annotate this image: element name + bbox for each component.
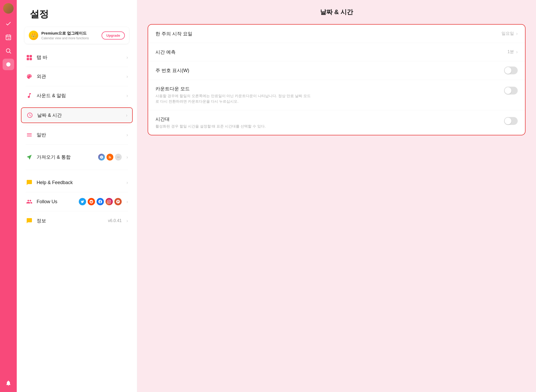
time-estimate-content: 시간 예측 bbox=[155, 49, 507, 55]
appearance-chevron: › bbox=[126, 74, 128, 79]
divider-5 bbox=[26, 144, 128, 145]
upgrade-button[interactable]: Upgrade bbox=[102, 31, 125, 40]
week-start-content: 한 주의 시작 요일 bbox=[155, 31, 501, 37]
date-time-label: 날짜 & 시간 bbox=[37, 112, 121, 118]
time-estimate-chevron: › bbox=[516, 49, 518, 55]
premium-icon: 👑 bbox=[29, 31, 38, 40]
svg-rect-9 bbox=[30, 55, 32, 57]
countdown-label: 카운트다운 모드 bbox=[155, 86, 504, 92]
week-start-label: 한 주의 시작 요일 bbox=[155, 31, 501, 37]
tab-bar-icon bbox=[26, 54, 33, 61]
help-icon bbox=[26, 179, 33, 186]
instagram-badge bbox=[105, 198, 113, 205]
sidebar-item-general[interactable]: 일반 › bbox=[21, 128, 133, 142]
follow-icon bbox=[26, 198, 33, 205]
settings-time-estimate[interactable]: 시간 예측 1분 › bbox=[148, 43, 525, 61]
svg-rect-8 bbox=[27, 55, 29, 57]
sidebar-item-notifications[interactable] bbox=[3, 377, 14, 389]
divider-4 bbox=[26, 125, 128, 125]
appearance-label: 외관 bbox=[37, 73, 122, 80]
time-estimate-value: 1분 bbox=[507, 49, 514, 55]
info-label: 정보 bbox=[37, 218, 104, 224]
date-time-chevron: › bbox=[126, 113, 127, 118]
time-estimate-label: 시간 예측 bbox=[155, 49, 507, 55]
divider-8 bbox=[26, 211, 128, 211]
sidebar-item-date-time[interactable]: 날짜 & 시간 › bbox=[21, 107, 133, 123]
sidebar: 설정 👑 Premium으로 업그레이드 Calendar view and m… bbox=[17, 0, 137, 392]
svg-line-6 bbox=[10, 52, 11, 54]
week-number-content: 주 번호 표시(W) bbox=[155, 67, 504, 74]
sidebar-item-follow[interactable]: Follow Us › bbox=[21, 194, 133, 209]
icon-bar: 24 bbox=[0, 0, 17, 392]
general-icon bbox=[26, 131, 33, 139]
premium-title: Premium으로 업그레이드 bbox=[41, 31, 98, 36]
main-title: 날짜 & 시간 bbox=[148, 8, 526, 16]
week-start-value: 일요일 bbox=[501, 31, 514, 36]
svg-point-7 bbox=[6, 62, 10, 67]
countdown-sublabel: 사용할 경우에 할일의 오른쪽에는 만료일이 아닌 카운트다운이 나타납니다. … bbox=[155, 93, 312, 104]
svg-point-5 bbox=[6, 49, 10, 52]
svg-text:24: 24 bbox=[8, 37, 10, 39]
divider-2 bbox=[26, 86, 128, 86]
follow-label: Follow Us bbox=[37, 199, 75, 205]
import-chevron: › bbox=[126, 154, 128, 160]
sidebar-item-focus[interactable] bbox=[3, 59, 14, 70]
twitter-badge bbox=[79, 198, 86, 205]
divider-7 bbox=[26, 192, 128, 192]
general-chevron: › bbox=[126, 132, 128, 138]
settings-week-start[interactable]: 한 주의 시작 요일 일요일 › bbox=[148, 25, 525, 43]
timezone-label: 시간대 bbox=[155, 116, 504, 122]
sidebar-item-search[interactable] bbox=[3, 45, 14, 57]
date-time-icon bbox=[26, 112, 34, 119]
import-badges: ··· bbox=[98, 154, 122, 161]
sidebar-item-tasks[interactable] bbox=[3, 18, 14, 29]
timezone-content: 시간대 활성화된 경우 할일 시간을 설정할 때 표준 시간대를 선택할 수 있… bbox=[155, 116, 504, 129]
sidebar-item-appearance[interactable]: 외관 › bbox=[21, 69, 133, 84]
help-chevron: › bbox=[126, 180, 128, 185]
page-title: 설정 bbox=[17, 5, 137, 27]
producthunt-badge bbox=[114, 198, 122, 205]
countdown-toggle[interactable] bbox=[504, 87, 518, 95]
tab-bar-label: 탭 바 bbox=[37, 54, 122, 60]
divider-6 bbox=[26, 170, 128, 170]
settings-panel: 한 주의 시작 요일 일요일 › 시간 예측 1분 › 주 번호 표시(W) 카… bbox=[148, 24, 526, 135]
divider-1 bbox=[26, 67, 128, 67]
rss-badge bbox=[107, 154, 113, 161]
svg-rect-10 bbox=[27, 58, 29, 60]
timezone-toggle[interactable] bbox=[504, 117, 518, 125]
siri-badge bbox=[98, 154, 105, 161]
sound-icon bbox=[26, 92, 33, 99]
week-start-chevron: › bbox=[516, 31, 518, 36]
import-icon bbox=[26, 153, 33, 161]
timezone-sublabel: 활성화된 경우 할일 시간을 설정할 때 표준 시간대를 선택할 수 있다. bbox=[155, 124, 312, 129]
svg-rect-11 bbox=[30, 58, 32, 60]
sidebar-item-tab-bar[interactable]: 탭 바 › bbox=[21, 50, 133, 65]
menu-section: 탭 바 › 외관 › 사운드 & 알림 › 날짜 & 시간 bbox=[17, 50, 137, 228]
main-content: 날짜 & 시간 한 주의 시작 요일 일요일 › 시간 예측 1분 › 주 번호… bbox=[137, 0, 536, 392]
appearance-icon bbox=[26, 73, 33, 80]
help-label: Help & Feedback bbox=[37, 180, 122, 185]
sidebar-item-import[interactable]: 가져오기 & 통합 ··· › bbox=[21, 150, 133, 164]
settings-countdown: 카운트다운 모드 사용할 경우에 할일의 오른쪽에는 만료일이 아닌 카운트다운… bbox=[148, 80, 525, 110]
sidebar-item-help[interactable]: Help & Feedback › bbox=[21, 175, 133, 190]
avatar[interactable] bbox=[3, 3, 14, 14]
sound-label: 사운드 & 알림 bbox=[37, 92, 122, 99]
divider-3 bbox=[26, 105, 128, 105]
sound-chevron: › bbox=[126, 93, 128, 98]
settings-timezone: 시간대 활성화된 경우 할일 시간을 설정할 때 표준 시간대를 선택할 수 있… bbox=[148, 110, 525, 135]
premium-subtitle: Calendar view and more functions bbox=[41, 36, 98, 40]
follow-badges bbox=[79, 198, 122, 205]
facebook-badge bbox=[97, 198, 104, 205]
info-chevron: › bbox=[126, 218, 128, 224]
tab-bar-chevron: › bbox=[126, 55, 128, 60]
info-icon bbox=[26, 217, 33, 224]
premium-banner[interactable]: 👑 Premium으로 업그레이드 Calendar view and more… bbox=[25, 27, 129, 44]
info-version: v6.0.41 bbox=[108, 218, 122, 223]
general-label: 일반 bbox=[37, 132, 122, 138]
settings-week-number: 주 번호 표시(W) bbox=[148, 61, 525, 80]
week-number-toggle[interactable] bbox=[504, 67, 518, 74]
sidebar-item-sound[interactable]: 사운드 & 알림 › bbox=[21, 88, 133, 103]
sidebar-item-calendar[interactable]: 24 bbox=[3, 31, 14, 43]
import-label: 가져오기 & 통합 bbox=[37, 154, 94, 160]
sidebar-item-info[interactable]: 정보 v6.0.41 › bbox=[21, 213, 133, 228]
